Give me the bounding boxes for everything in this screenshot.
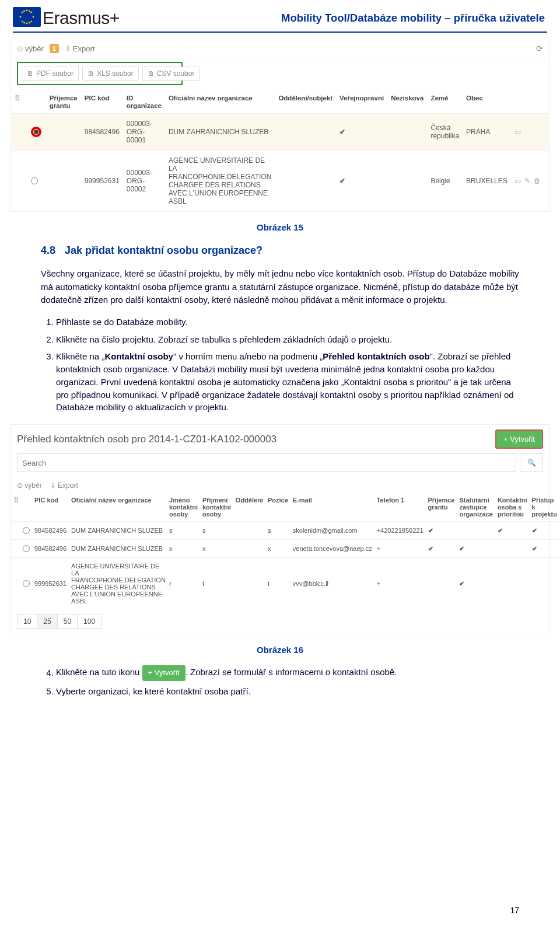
screenshot-contacts-table: Přehled kontaktních osob pro 2014-1-CZ01… (10, 424, 550, 634)
step-1: Přihlaste se do Databáze mobility. (56, 316, 519, 329)
col-dept: Oddělení/subjekt (275, 91, 336, 114)
table-row[interactable]: 999952631 AGENCE UNIVERSITAIRE DE LA FRA… (11, 558, 560, 610)
table-row[interactable]: 984582496 DUM ZAHRANICNICH SLUZEB s s s … (11, 522, 560, 540)
page-number: 17 (510, 906, 519, 915)
col-nonprofit: Nezisková (387, 91, 427, 114)
refresh-icon[interactable]: ⟳ (536, 44, 543, 53)
radio-unselected[interactable] (23, 580, 30, 587)
page-size-selector: 10 25 50 100 (11, 609, 549, 634)
delete-icon[interactable]: 🗑 (534, 177, 541, 185)
table-row[interactable]: 999952631 000003-ORG-00002 AGENCE UNIVER… (11, 151, 549, 212)
create-button-highlighted[interactable]: + Vytvořit (495, 429, 543, 449)
drag-handle-icon: ⠿ (15, 94, 19, 103)
pagesize-25[interactable]: 25 (37, 614, 57, 629)
view-icon[interactable]: ▭ (514, 177, 521, 185)
col-public: Veřejnoprávní (336, 91, 387, 114)
export-pdf-button[interactable]: 🗎 PDF soubor (22, 67, 79, 81)
radio-unselected[interactable] (23, 545, 30, 552)
step-2: Klikněte na číslo projektu. Zobrazí se t… (56, 333, 519, 346)
screenshot-organizations-table: ⊙výběr 1 ⇩Export ⟳ 🗎 PDF soubor 🗎 XLS so… (10, 39, 550, 212)
document-header-title: Mobility Tool/Databáze mobility – příruč… (120, 12, 547, 25)
step-4: Klikněte na tuto ikonu + Vytvořit. Zobra… (56, 665, 519, 681)
contacts-title: Přehled kontaktních osob pro 2014-1-CZ01… (17, 434, 276, 445)
svg-point-7 (30, 20, 32, 22)
selection-count-badge: 1 (50, 44, 59, 53)
col-country: Země (427, 91, 463, 114)
svg-point-6 (22, 20, 23, 22)
section-intro-paragraph: Všechny organizace, které se účastní pro… (41, 267, 519, 307)
select-label: ⊙ výběr (17, 481, 42, 490)
pagesize-100[interactable]: 100 (77, 614, 102, 629)
export-options-highlight: 🗎 PDF soubor 🗎 XLS soubor 🗎 CSV soubor (17, 62, 183, 85)
svg-point-0 (26, 10, 28, 12)
radio-unselected[interactable] (23, 527, 30, 534)
svg-point-2 (20, 16, 22, 18)
edit-icon[interactable]: ✎ (524, 177, 530, 185)
svg-point-3 (33, 16, 34, 18)
svg-point-5 (30, 12, 32, 13)
table-row[interactable]: 984582496 000003-ORG-00001 DUM ZAHRANICN… (11, 114, 549, 151)
export-csv-button[interactable]: 🗎 CSV soubor (142, 67, 200, 81)
eu-flag-icon (13, 7, 41, 27)
drag-handle-icon: ⠿ (13, 496, 18, 505)
select-label: ⊙výběr (17, 44, 44, 53)
col-name: Oficiální název organizace (165, 91, 275, 114)
pagesize-10[interactable]: 10 (17, 614, 37, 629)
export-xls-button[interactable]: 🗎 XLS soubor (82, 67, 139, 81)
figure-caption-16: Obrázek 16 (0, 645, 560, 655)
svg-point-10 (23, 22, 25, 24)
col-pic: PIC kód (81, 91, 123, 114)
figure-caption-15: Obrázek 15 (0, 222, 560, 232)
col-orgid: ID organizace (123, 91, 165, 114)
svg-point-9 (29, 11, 30, 12)
radio-selected-highlight[interactable] (31, 127, 41, 137)
step-5: Vyberte organizaci, ke které kontaktní o… (56, 685, 519, 698)
view-icon[interactable]: ▭ (514, 128, 521, 136)
pagesize-50[interactable]: 50 (57, 614, 78, 629)
export-label: ⇩ Export (50, 481, 78, 490)
create-button-inline: + Vytvořit (142, 665, 186, 681)
section-heading: 4.8Jak přidat kontaktní osobu organizace… (41, 243, 519, 259)
brand-logo: Erasmus+ (43, 8, 120, 28)
svg-point-4 (22, 12, 23, 13)
col-city: Obec (463, 91, 511, 114)
search-input[interactable] (17, 453, 516, 472)
svg-point-8 (23, 11, 25, 12)
col-prij: Příjemce grantu (46, 91, 81, 114)
svg-point-1 (26, 23, 28, 25)
svg-point-11 (29, 22, 30, 24)
table-row[interactable]: 984582496 DUM ZAHRANICNICH SLUZEB x x x … (11, 540, 560, 558)
step-3: Klikněte na „Kontaktní osoby" v horním m… (56, 350, 519, 414)
search-button[interactable]: 🔍 (520, 453, 543, 472)
header-divider (13, 32, 547, 33)
export-label: ⇩Export (65, 44, 95, 53)
radio-unselected[interactable] (31, 177, 38, 184)
